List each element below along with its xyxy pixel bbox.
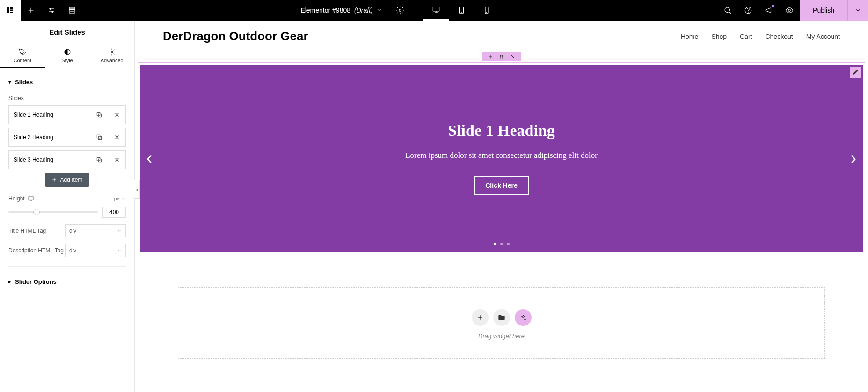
nav-item[interactable]: Home [681, 33, 698, 40]
slide-item: Slide 3 Heading [8, 150, 126, 169]
height-input[interactable] [102, 207, 126, 218]
help-button[interactable] [738, 0, 759, 21]
site-title: DerDragon Outdoor Gear [163, 29, 308, 44]
desc-tag-row: Description HTML Tag div [8, 244, 126, 257]
svg-point-52 [502, 58, 503, 59]
responsive-icon[interactable] [28, 195, 34, 202]
widget-handle [482, 52, 521, 61]
tab-advanced[interactable]: Advanced [89, 44, 134, 68]
add-element-button[interactable] [21, 0, 41, 21]
prev-arrow-icon[interactable]: ‹ [146, 148, 152, 168]
nav-item[interactable]: Shop [711, 33, 727, 40]
close-icon[interactable] [510, 54, 516, 59]
nav-item[interactable]: Checkout [765, 33, 793, 40]
tab-style[interactable]: Style [45, 44, 90, 68]
height-label: Height [8, 195, 25, 202]
device-tablet[interactable] [449, 0, 474, 21]
nav-item[interactable]: My Account [806, 33, 840, 40]
nav-item[interactable]: Cart [740, 33, 752, 40]
slide-item-label[interactable]: Slide 2 Heading [9, 129, 90, 145]
preview-button[interactable] [779, 0, 800, 21]
svg-rect-13 [69, 12, 75, 13]
device-mobile[interactable] [474, 0, 499, 21]
height-slider-row [8, 207, 126, 218]
whats-new-button[interactable] [759, 0, 779, 21]
svg-point-51 [500, 58, 501, 59]
remove-icon[interactable] [108, 128, 125, 146]
finder-search-button[interactable] [717, 0, 738, 21]
add-item-button[interactable]: Add Item [45, 173, 89, 187]
sidebar-title: Edit Slides [0, 21, 134, 44]
remove-icon[interactable] [108, 106, 125, 124]
tab-content[interactable]: Content [0, 44, 45, 68]
topbar-left [0, 0, 82, 21]
height-slider[interactable] [8, 211, 98, 213]
svg-rect-4 [10, 12, 13, 13]
svg-point-50 [502, 56, 503, 57]
preview-canvas: DerDragon Outdoor Gear Home Shop Cart Ch… [135, 21, 868, 392]
slider-thumb[interactable] [33, 209, 40, 215]
slide-description: Lorem ipsum dolor sit amet consectetur a… [405, 151, 598, 160]
drop-buttons [472, 309, 532, 326]
empty-container-drop-area[interactable]: Drag widget here [178, 287, 825, 359]
doc-dropdown-caret[interactable] [377, 7, 382, 14]
slides-widget[interactable]: ‹ Slide 1 Heading Lorem ipsum dolor sit … [138, 62, 865, 254]
remove-icon[interactable] [108, 151, 125, 169]
sidebar-body: Slides Slides Slide 1 Heading Slide 2 He… [0, 68, 134, 392]
slide-item-label[interactable]: Slide 3 Heading [9, 152, 90, 168]
device-desktop[interactable] [423, 0, 449, 21]
pagination-dots [494, 243, 510, 245]
svg-rect-1 [7, 7, 9, 13]
site-header: DerDragon Outdoor Gear Home Shop Cart Ch… [135, 21, 868, 52]
svg-rect-15 [433, 7, 439, 11]
section-slides-header[interactable]: Slides [8, 75, 126, 89]
svg-point-10 [52, 11, 53, 13]
sidebar-tabs: Content Style Advanced [0, 44, 134, 68]
svg-point-8 [50, 8, 51, 10]
svg-line-23 [729, 12, 730, 13]
next-arrow-icon[interactable]: › [851, 148, 856, 168]
document-status: (Draft) [354, 7, 373, 14]
svg-rect-43 [28, 196, 33, 200]
publish-options-caret[interactable] [847, 0, 868, 21]
svg-point-49 [500, 56, 501, 57]
svg-point-14 [399, 9, 401, 12]
slide-heading: Slide 1 Heading [448, 122, 555, 140]
slide-content: ‹ Slide 1 Heading Lorem ipsum dolor sit … [140, 65, 863, 252]
add-icon[interactable] [488, 54, 493, 59]
slides-field-label: Slides [8, 95, 126, 102]
pagination-dot[interactable] [500, 243, 503, 245]
desc-tag-select[interactable]: div [65, 244, 126, 257]
svg-rect-12 [69, 10, 75, 11]
svg-rect-2 [10, 7, 13, 9]
svg-point-28 [111, 51, 113, 53]
elementor-logo[interactable] [0, 0, 21, 21]
svg-point-47 [500, 55, 501, 56]
svg-point-25 [748, 12, 749, 12]
pagination-dot[interactable] [494, 243, 496, 245]
slide-cta-button[interactable]: Click Here [474, 176, 528, 195]
site-settings-button[interactable] [41, 0, 62, 21]
slide-item-label[interactable]: Slide 1 Heading [9, 107, 90, 123]
topbar: Elementor #9808 (Draft) [0, 0, 868, 21]
duplicate-icon[interactable] [90, 128, 108, 146]
pagination-dot[interactable] [507, 243, 510, 245]
svg-point-48 [502, 55, 503, 56]
editor-sidebar: Edit Slides Content Style Advanced Slide… [0, 21, 135, 392]
height-control: Height px [8, 195, 126, 202]
ai-button[interactable] [515, 309, 532, 326]
duplicate-icon[interactable] [90, 106, 108, 124]
edit-widget-button[interactable] [850, 67, 861, 78]
drag-icon[interactable] [499, 54, 504, 59]
title-tag-select[interactable]: div [65, 224, 126, 237]
widget-handle-bar [135, 52, 868, 62]
structure-button[interactable] [62, 0, 82, 21]
section-slider-options-header[interactable]: Slider Options [8, 274, 126, 289]
add-widget-button[interactable] [472, 309, 489, 326]
unit-selector[interactable]: px [114, 196, 126, 201]
page-settings-button[interactable] [390, 0, 410, 21]
duplicate-icon[interactable] [90, 151, 108, 169]
publish-button[interactable]: Publish [800, 0, 847, 21]
template-library-button[interactable] [493, 309, 510, 326]
topbar-right: Publish [717, 0, 868, 21]
